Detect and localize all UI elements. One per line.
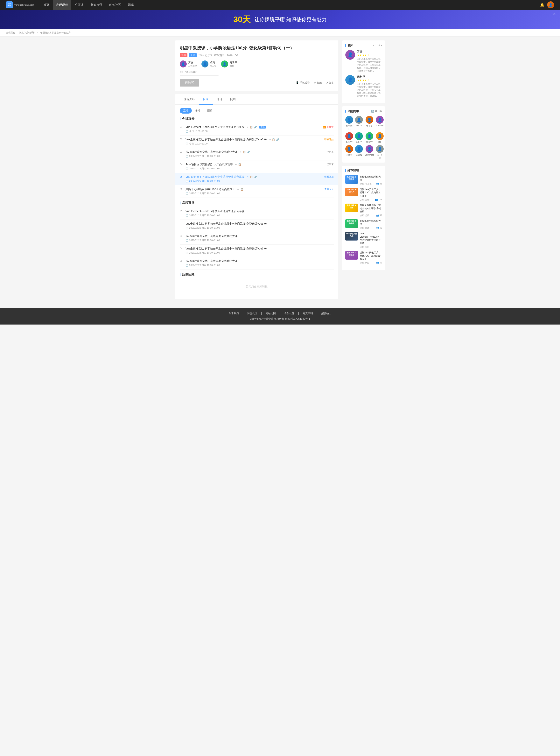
nav-news[interactable]: 新闻资讯	[87, 0, 106, 10]
student-avatar[interactable]: 👤	[376, 145, 384, 153]
lesson-num: 04	[180, 247, 185, 250]
teachers-pagination[interactable]: < 1/10 >	[373, 44, 382, 47]
copy-icon[interactable]: 📋	[250, 176, 253, 178]
student-item: 👤 Bill	[376, 132, 384, 143]
purchase-button[interactable]: 已购买	[180, 79, 199, 86]
rec-course-thumb: 高级电商 全线系统	[345, 175, 358, 184]
lesson-title: Vue Element+Node.js开发企业通用管理后台系统 ✏ 📋 🔗	[185, 175, 320, 179]
student-avatar[interactable]: 👤	[345, 145, 353, 153]
rec-course-title: Vue Element+Node.js开发企业通用管理后台系统	[360, 232, 382, 245]
student-avatar[interactable]: 👤	[376, 132, 384, 140]
promo-banner: 30天 让你摆脱平庸 知识使你更有魅力 ✕	[0, 10, 560, 29]
lesson-num: 02	[180, 138, 185, 141]
user-avatar[interactable]: 👤	[547, 1, 554, 8]
student-name: 1567**	[356, 141, 362, 143]
student-avatar[interactable]: 👤	[365, 132, 373, 140]
rec-course-item[interactable]: 玩转Java 开发工具 玩转Java开发工具，精通JUC，成为开发多面手 讲师:…	[345, 188, 382, 201]
student-item: 👤 1567**	[355, 132, 363, 143]
link-icon[interactable]: 🔗	[254, 176, 257, 178]
edit-icon[interactable]: ✏	[247, 126, 249, 128]
student-avatar[interactable]: 👤	[365, 145, 373, 153]
footer-link-sitemap[interactable]: 网站地图	[266, 312, 276, 315]
student-name: 大笨狐	[356, 154, 362, 157]
edit-icon[interactable]: ✏	[240, 151, 242, 154]
copy-icon[interactable]: 📋	[250, 126, 253, 128]
student-item: 👤 Summers	[365, 145, 374, 159]
footer-link-partner[interactable]: 合作伙伴	[284, 312, 294, 315]
mobile-watch-button[interactable]: 📱 手机观看	[296, 81, 310, 84]
refresh-classmates-button[interactable]: 🔄 换一换	[371, 110, 382, 113]
rec-students: 👥 123	[375, 198, 382, 201]
notification-icon[interactable]: 🔔	[540, 3, 544, 7]
footer-link-disclaimer[interactable]: 免责声明	[303, 312, 313, 315]
student-avatar[interactable]: 👤	[365, 116, 373, 124]
footer-link-about[interactable]: 关于我们	[229, 312, 239, 315]
student-avatar[interactable]: 👤	[355, 145, 363, 153]
breadcrumb-item-0[interactable]: 发现课程	[6, 31, 15, 34]
lesson-status-replay[interactable]: 查看回放	[320, 175, 334, 179]
live-signal-icon: 📶	[323, 126, 326, 128]
sub-tab-record[interactable]: 录播	[192, 108, 204, 114]
progress-label: 0% 已学习0课时	[180, 71, 334, 74]
lesson-num: 01	[180, 125, 185, 128]
edit-icon[interactable]: ✏	[237, 188, 239, 191]
student-avatar[interactable]: 👤	[355, 116, 363, 124]
course-list: 今日直播 01 Vue Element+Node.js开发企业通用管理后台系统 …	[175, 114, 338, 299]
link-icon[interactable]: 🔗	[276, 138, 279, 141]
lesson-title: Vue全家桶实战 从零独立开发企业级小米电商系统(免费升级Vue3.0)	[185, 222, 334, 225]
footer-link-agent[interactable]: 加盟代理	[247, 312, 257, 315]
rec-students: 👥 34	[376, 183, 382, 185]
rec-course-item[interactable]: 高级电商 全线系统 高级电商全线系统大课 讲师: 冷峰 👥 46	[345, 219, 382, 230]
lesson-status-replay[interactable]: 查看回放	[320, 187, 334, 191]
edit-icon[interactable]: ✏	[247, 176, 249, 178]
student-avatar[interactable]: 👤	[355, 132, 363, 140]
lesson-item: 04 Java项目面试实操 提升大厂面试成功率 ✏ 📋 🕐 2020/02/26…	[180, 160, 334, 173]
copy-icon[interactable]: 📋	[272, 138, 275, 141]
rec-course-item[interactable]: 高级电商 全线系统 高级电商全线系统大课 讲师: 张小锋 👥 34	[345, 175, 382, 185]
nav-more[interactable]: ...	[137, 0, 147, 10]
collect-button[interactable]: ☆ 收藏	[314, 81, 322, 84]
lesson-title: 跟随千万级项目从0到100全过程高效成长 ✏ 📋	[185, 187, 320, 191]
students-grid: 👤 化学教书... 👤 1567** 👤 张小田 👤 Charles	[345, 116, 382, 159]
breadcrumb-item-2: 销冠修炼术快速定80%的客户	[40, 31, 71, 34]
refresh-icon: 🔄	[371, 110, 374, 113]
student-avatar[interactable]: 👤	[345, 116, 353, 124]
rec-course-item[interactable]: Vue管理 后台系统 Vue Element+Node.js开发企业通用管理后台…	[345, 232, 382, 249]
teacher-2: 👤 青青平 助教	[221, 60, 237, 67]
nav-discover[interactable]: 发现课程	[53, 0, 72, 10]
footer-link-recruit[interactable]: 招贤纳士	[321, 312, 331, 315]
nav-questions[interactable]: 题库	[124, 0, 137, 10]
rec-course-item[interactable]: 前端全栈 加强版 前端全栈加强版！前端全栈+全周期+多端应用 讲师: 岱田 👥 …	[345, 204, 382, 217]
lesson-item: 03 从Java后端到全栈、高级电商全栈系统大课 ✏ 📋 🔗 🕐	[180, 148, 334, 160]
nav-open-course[interactable]: 公开课	[72, 0, 87, 10]
nav-home[interactable]: 首页	[40, 0, 53, 10]
banner-close-button[interactable]: ✕	[553, 12, 556, 16]
rec-course-item[interactable]: 玩转Java 开发工具 玩转Java开发工具，精通JUC，成为开发多面手 讲师:…	[345, 251, 382, 264]
tab-catalog[interactable]: 目录	[199, 94, 213, 105]
student-avatar[interactable]: 👤	[376, 116, 384, 124]
student-avatar[interactable]: 👤	[345, 132, 353, 140]
copy-icon[interactable]: 📋	[243, 151, 246, 154]
edit-icon[interactable]: ✏	[269, 138, 271, 141]
link-icon[interactable]: 🔗	[247, 151, 250, 154]
sub-tab-live[interactable]: 直播	[180, 108, 192, 114]
sub-tab-class[interactable]: 面授	[204, 108, 216, 114]
nav-qa[interactable]: 问答社区	[106, 0, 124, 10]
breadcrumb-item-1[interactable]: 新媒体营销系列	[19, 31, 35, 34]
course-actions: 已购买 📱 手机观看 ☆ 收藏 ⟳ 分享	[180, 79, 334, 86]
link-icon[interactable]: 🔗	[254, 126, 257, 128]
lesson-num: 03	[180, 235, 185, 237]
banner-highlight: 30天	[233, 14, 251, 25]
logo[interactable]: 云朵课堂 yunduoketang.com	[6, 1, 34, 8]
share-button[interactable]: ⟳ 分享	[326, 81, 334, 84]
course-valid: 有效期至：2019-10-21	[214, 54, 240, 57]
recommended-card-title: 推荐课程	[345, 169, 382, 173]
copy-icon[interactable]: 📋	[241, 188, 243, 191]
lesson-num: 05	[180, 259, 185, 262]
tab-qa[interactable]: 问答	[226, 94, 240, 105]
tab-review[interactable]: 评论	[213, 94, 226, 105]
edit-icon[interactable]: ✏	[235, 163, 237, 166]
tab-intro[interactable]: 课程介绍	[180, 94, 199, 105]
rec-instructor: 讲师: 岱田	[360, 261, 369, 264]
copy-icon[interactable]: 📋	[238, 163, 241, 166]
